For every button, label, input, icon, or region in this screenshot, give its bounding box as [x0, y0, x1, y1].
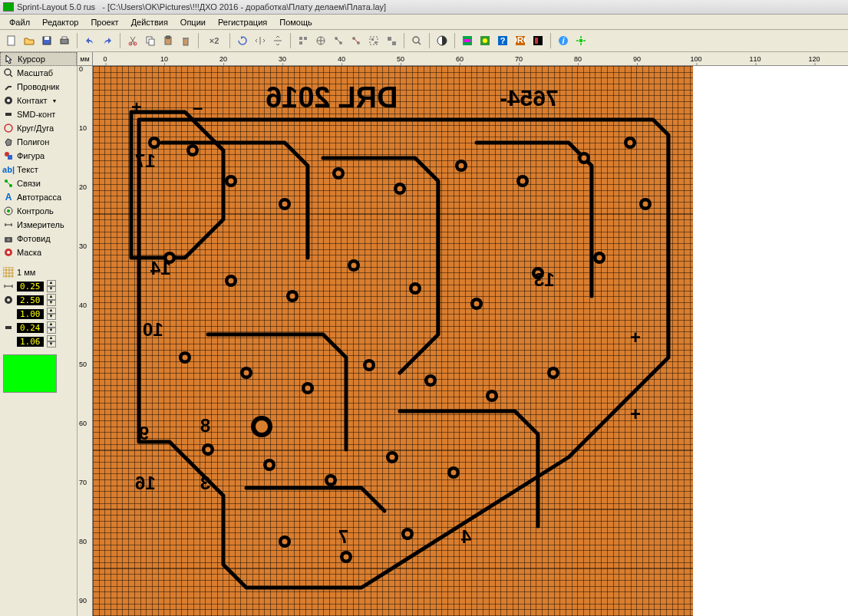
- print-button[interactable]: [56, 32, 73, 49]
- pad-icon: [3, 95, 14, 106]
- tool-circle[interactable]: Круг/Дуга: [0, 121, 77, 135]
- tool-track[interactable]: Проводник: [0, 80, 77, 94]
- tool-label: Курсор: [18, 54, 45, 64]
- pcb-label-14: 14: [150, 258, 171, 279]
- tool-autoroute[interactable]: A Автотрасса: [0, 190, 77, 204]
- svg-point-66: [282, 202, 288, 207]
- grid-icon: [3, 267, 14, 278]
- svg-point-118: [390, 455, 395, 460]
- track-icon: [3, 81, 14, 92]
- spinner[interactable]: ▲▼: [47, 280, 56, 292]
- paste-button[interactable]: [160, 32, 177, 49]
- color-swatch[interactable]: [3, 354, 57, 393]
- duplicate-button[interactable]: ×2: [203, 32, 226, 49]
- width-setting[interactable]: 0.25 ▲▼: [0, 279, 77, 293]
- svg-rect-15: [299, 41, 302, 44]
- spinner[interactable]: ▲▼: [47, 308, 56, 320]
- svg-rect-11: [183, 38, 188, 45]
- size-h-setting[interactable]: 1.06 ▲▼: [0, 334, 77, 348]
- open-button[interactable]: [21, 32, 38, 49]
- svg-point-86: [290, 294, 295, 299]
- mirror-h-button[interactable]: [252, 32, 269, 49]
- tool-photoview[interactable]: Фотовид: [0, 232, 77, 245]
- svg-point-110: [551, 371, 556, 376]
- info-button[interactable]: i: [555, 32, 572, 49]
- size-w-setting[interactable]: 0.24 ▲▼: [0, 321, 77, 334]
- svg-point-45: [5, 124, 12, 132]
- connect-button[interactable]: [330, 32, 347, 49]
- mirror-v-button[interactable]: [269, 32, 286, 49]
- copy-button[interactable]: [142, 32, 159, 49]
- ungroup-button[interactable]: [383, 32, 400, 49]
- svg-point-104: [367, 363, 372, 368]
- prop-value: 1.06: [17, 337, 44, 347]
- tool-text[interactable]: ab| Текст: [0, 163, 77, 176]
- snap-button[interactable]: [312, 32, 329, 49]
- layer2-button[interactable]: [477, 32, 493, 49]
- outer-dia-setting[interactable]: 2.50 ▲▼: [0, 293, 77, 307]
- svg-point-72: [459, 163, 464, 169]
- align-button[interactable]: [295, 32, 312, 49]
- tool-zoom[interactable]: Масштаб: [0, 66, 77, 80]
- save-button[interactable]: [38, 32, 55, 49]
- spinner[interactable]: ▲▼: [47, 335, 56, 348]
- help-button[interactable]: ?: [494, 32, 511, 49]
- toolbar-separator: [198, 33, 199, 48]
- tool-cursor[interactable]: Курсор: [0, 52, 77, 66]
- svg-rect-10: [167, 36, 170, 38]
- svg-point-51: [7, 209, 10, 212]
- menu-editor[interactable]: Редактор: [36, 16, 84, 28]
- pcb-label-17: 17: [135, 150, 156, 172]
- tool-control[interactable]: Контроль: [0, 204, 77, 218]
- menu-bar: Файл Редактор Проект Действия Опции Реги…: [0, 15, 848, 30]
- pcb-label-7654: 7654-: [500, 85, 559, 111]
- tool-smd[interactable]: SMD-конт: [0, 107, 77, 121]
- properties-panel: 1 мм 0.25 ▲▼ 2.50 ▲▼ 1.00 ▲▼ 0.24 ▲▼: [0, 265, 77, 348]
- svg-point-120: [451, 470, 457, 476]
- menu-project[interactable]: Проект: [84, 16, 124, 28]
- toolbar: ×2 ? DRC i: [0, 30, 848, 52]
- target-button[interactable]: [572, 32, 589, 49]
- menu-registration[interactable]: Регистрация: [212, 16, 273, 28]
- new-button[interactable]: [3, 32, 20, 49]
- zoom-button[interactable]: [408, 32, 425, 49]
- spinner[interactable]: ▲▼: [47, 294, 56, 306]
- svg-point-90: [413, 286, 418, 292]
- contrast-button[interactable]: [434, 32, 450, 49]
- tool-measure[interactable]: Измеритель: [0, 218, 77, 232]
- rotate-button[interactable]: [234, 32, 251, 49]
- menu-file[interactable]: Файл: [3, 16, 36, 28]
- pcb-label-7: 7: [338, 526, 348, 548]
- layer1-button[interactable]: [459, 32, 476, 49]
- drc-button[interactable]: DRC: [512, 32, 529, 49]
- tool-polygon[interactable]: Полигон: [0, 135, 77, 149]
- disconnect-button[interactable]: [348, 32, 365, 49]
- tool-label: Связи: [17, 179, 41, 188]
- inner-dia-setting[interactable]: 1.00 ▲▼: [0, 307, 77, 321]
- svg-rect-0: [8, 36, 15, 45]
- menu-options[interactable]: Опции: [174, 16, 212, 28]
- group-button[interactable]: [365, 32, 382, 49]
- prop-value: 0.24: [17, 323, 44, 333]
- tool-connection[interactable]: Связи: [0, 176, 77, 190]
- tool-mask[interactable]: Маска: [0, 245, 77, 259]
- canvas-area: мм 0 10 20 30 40 50 60 70 80 90 100 110 …: [78, 52, 848, 616]
- spinner[interactable]: ▲▼: [47, 321, 56, 334]
- tool-pad[interactable]: Контакт ▼: [0, 94, 77, 107]
- delete-button[interactable]: [177, 32, 194, 49]
- tool-shape[interactable]: Фигура: [0, 149, 77, 163]
- cut-button[interactable]: [124, 32, 141, 49]
- layer-red-button[interactable]: [530, 32, 546, 49]
- svg-point-106: [428, 378, 434, 384]
- grid-setting[interactable]: 1 мм: [0, 265, 77, 279]
- menu-help[interactable]: Помощь: [273, 16, 318, 28]
- tool-label: Проводник: [17, 82, 59, 91]
- smd-icon: [3, 109, 14, 120]
- undo-button[interactable]: [81, 32, 98, 49]
- canvas[interactable]: DRL 2016 7654- + – 17 14 13 10 + + 9 8 1…: [93, 66, 848, 616]
- tool-label: Контакт: [17, 96, 48, 105]
- redo-button[interactable]: [99, 32, 116, 49]
- menu-actions[interactable]: Действия: [125, 16, 174, 28]
- toolbar-separator: [77, 33, 78, 48]
- svg-rect-4: [62, 37, 67, 39]
